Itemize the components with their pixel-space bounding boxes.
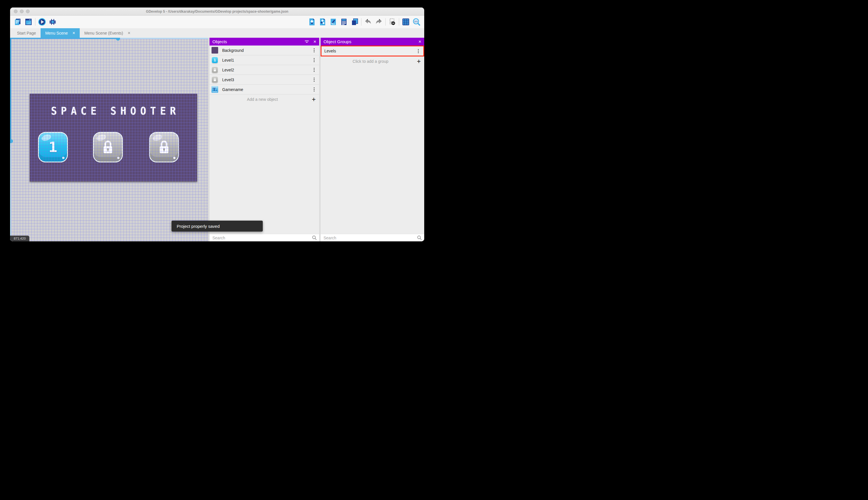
objects-search-input[interactable] (210, 234, 319, 241)
level1-button-instance[interactable]: 1 (38, 132, 68, 162)
object-row-level1[interactable]: 1 Level1 (210, 55, 319, 65)
tab-menu-scene[interactable]: Menu Scene × (40, 28, 80, 38)
object-row-level3[interactable]: Level3 (210, 75, 319, 85)
objects-panel-header: Objects × (210, 38, 319, 46)
toolbar-separator (361, 18, 362, 26)
close-panel-icon[interactable]: × (419, 39, 421, 44)
zoom-1-1-icon[interactable]: 1:1 (412, 18, 421, 26)
tab-start-page[interactable]: Start Page (12, 28, 40, 38)
window-title: GDevelop 5 - /Users/dkarakay/Documents/G… (10, 10, 424, 13)
group-row-levels[interactable]: Levels (320, 46, 424, 56)
scene-background-instance[interactable]: SPACE SHOOTER 1 (30, 94, 197, 181)
close-panel-icon[interactable]: × (314, 39, 316, 44)
object-row-gamename[interactable]: Tx Gamename (210, 85, 319, 94)
scene-title-text: SPACE SHOOTER (30, 104, 197, 117)
window-controls (14, 10, 30, 13)
object-label: Background (222, 48, 314, 53)
undo-icon[interactable] (364, 18, 372, 26)
add-object-label: Add a new object (213, 97, 312, 102)
tab-label: Menu Scene (45, 31, 68, 35)
level-number: 1 (49, 139, 57, 156)
object-label: Level2 (222, 68, 314, 72)
horizontal-scrollbar-thumb[interactable] (116, 38, 120, 41)
object-menu-icon[interactable] (314, 50, 315, 51)
layers-icon[interactable] (350, 18, 359, 26)
panel-title: Objects (212, 39, 305, 44)
window-mask-icon[interactable] (388, 18, 397, 26)
horizontal-scrollbar[interactable] (10, 38, 208, 39)
object-groups-icon[interactable] (318, 18, 327, 26)
objects-search-row (210, 234, 319, 241)
level3-button-instance[interactable] (149, 132, 179, 162)
search-icon (417, 235, 422, 240)
scrollbar-fill (10, 38, 11, 140)
objects-editor-icon[interactable] (308, 18, 316, 26)
object-menu-icon[interactable] (314, 89, 315, 90)
filter-icon[interactable] (305, 41, 309, 43)
groups-search-input[interactable] (320, 234, 424, 241)
vertical-scrollbar[interactable] (10, 38, 11, 241)
properties-icon[interactable] (329, 18, 338, 26)
plus-icon[interactable]: + (417, 58, 421, 65)
level2-button-instance[interactable] (93, 132, 123, 162)
text-object-thumbnail-icon: Tx (212, 86, 218, 93)
toolbar-separator (385, 18, 386, 26)
grid-icon[interactable] (401, 18, 410, 26)
play-icon[interactable] (38, 18, 46, 26)
scrollbar-fill (10, 38, 117, 39)
tab-label: Start Page (17, 31, 36, 35)
locked-button-thumbnail-icon (212, 76, 218, 83)
group-label: Levels (324, 49, 418, 53)
save-toast: Project properly saved (172, 220, 263, 231)
project-manager-icon[interactable] (13, 18, 22, 26)
lock-icon (102, 140, 114, 155)
locked-button-thumbnail-icon (212, 67, 218, 73)
close-tab-icon[interactable]: × (128, 31, 130, 35)
sparkle-dot (173, 157, 176, 159)
plus-icon[interactable]: + (312, 96, 316, 103)
add-object-row[interactable]: Add a new object + (210, 94, 319, 104)
toolbar-separator (35, 18, 35, 26)
tab-label: Menu Scene (Events) (84, 31, 123, 35)
object-row-level2[interactable]: Level2 (210, 65, 319, 75)
cursor-coordinates-badge: 871;420 (10, 236, 30, 241)
object-menu-icon[interactable] (314, 79, 315, 80)
instances-list-icon[interactable] (340, 18, 348, 26)
close-window-button[interactable] (14, 10, 17, 13)
objects-panel: Objects × Background 1 Level1 Level2 (210, 38, 319, 241)
toolbar: 1:1 (10, 15, 424, 28)
lock-icon (158, 140, 171, 155)
groups-search-row (320, 234, 424, 241)
close-tab-icon[interactable]: × (72, 31, 75, 35)
debug-icon[interactable] (48, 18, 57, 26)
object-menu-icon[interactable] (314, 69, 315, 70)
object-menu-icon[interactable] (314, 60, 315, 60)
sparkle-dot (117, 157, 119, 159)
minimize-window-button[interactable] (20, 10, 24, 13)
search-icon (312, 235, 317, 240)
panel-title: Object Groups (324, 39, 414, 44)
scene-editor-icon[interactable] (24, 18, 33, 26)
object-groups-panel-header: Object Groups × (320, 38, 424, 46)
vertical-scrollbar-thumb[interactable] (10, 139, 13, 143)
titlebar: GDevelop 5 - /Users/dkarakay/Documents/G… (10, 8, 424, 15)
add-group-row[interactable]: Click to add a group + (320, 56, 424, 66)
object-label: Gamename (222, 87, 314, 92)
svg-text:1:1: 1:1 (414, 20, 418, 23)
tab-menu-scene-events[interactable]: Menu Scene (Events) × (80, 28, 135, 38)
groups-panel-empty-area (320, 66, 424, 234)
object-groups-panel: Object Groups × Levels Click to add a gr… (320, 38, 424, 241)
scene-canvas[interactable]: SPACE SHOOTER 1 (10, 38, 208, 241)
group-menu-icon[interactable] (418, 51, 419, 52)
tabbar: Start Page Menu Scene × Menu Scene (Even… (10, 28, 424, 38)
level1-button-thumbnail-icon: 1 (212, 57, 218, 64)
toast-message: Project properly saved (177, 224, 220, 229)
redo-icon[interactable] (374, 18, 383, 26)
objects-panel-empty-area (210, 104, 319, 234)
zoom-window-button[interactable] (26, 10, 30, 13)
app-window: GDevelop 5 - /Users/dkarakay/Documents/G… (10, 8, 424, 241)
object-label: Level3 (222, 78, 314, 82)
object-label: Level1 (222, 58, 314, 62)
object-row-background[interactable]: Background (210, 46, 319, 55)
sparkle-dot (62, 157, 64, 159)
